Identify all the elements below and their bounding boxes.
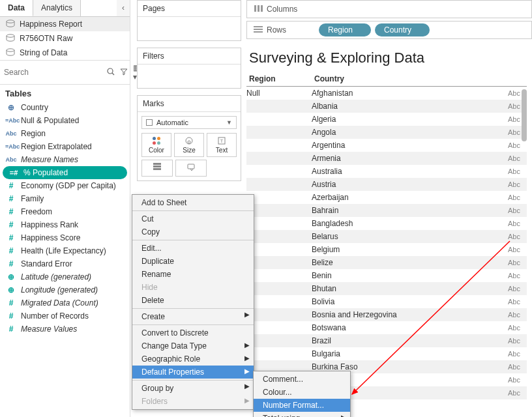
field-row[interactable]: #Economy (GDP per Capita) (0, 179, 130, 192)
table-row[interactable]: AustriaAbc (246, 178, 527, 191)
menu-item[interactable]: Delete (132, 294, 254, 307)
field-label: Measure Values (21, 324, 77, 334)
field-row[interactable]: #Happiness Score (0, 231, 130, 244)
menu-item[interactable]: Colour... (254, 386, 350, 399)
detail-button[interactable] (141, 160, 173, 177)
field-row[interactable]: #Family (0, 192, 130, 205)
columns-shelf[interactable]: Columns (246, 0, 532, 18)
table-row[interactable]: BotswanaAbc (246, 321, 527, 334)
table-row[interactable]: BoliviaAbc (246, 295, 527, 308)
menu-item[interactable]: Copy (132, 225, 254, 238)
menu-item[interactable]: Group by▶ (132, 380, 254, 395)
datasource-icon (5, 20, 16, 29)
field-row[interactable]: =AbcNull & Populated (0, 114, 130, 127)
filter-icon[interactable] (119, 66, 129, 79)
table-row[interactable]: AzerbaijanAbc (246, 191, 527, 204)
cell-abc: Abc (498, 141, 527, 149)
menu-item[interactable]: Cut (132, 210, 254, 225)
cell-country: Botswana (312, 323, 498, 332)
header-region: Region (249, 74, 314, 83)
datasource-item[interactable]: R756OTN Raw (0, 31, 130, 46)
menu-item[interactable]: Rename (132, 268, 254, 281)
cell-country: Armenia (312, 154, 498, 163)
cell-country: Azerbaijan (312, 193, 498, 202)
field-row[interactable]: AbcMeasure Names (0, 153, 130, 166)
field-row[interactable]: #Measure Values (0, 323, 130, 336)
menu-item[interactable]: Create▶ (132, 308, 254, 323)
menu-item[interactable]: Change Data Type▶ (132, 339, 254, 352)
collapse-pane-icon[interactable]: ‹ (117, 0, 130, 16)
search-icon[interactable] (106, 66, 116, 79)
mark-type-select[interactable]: Automatic ▼ (141, 116, 237, 129)
tooltip-button[interactable] (175, 160, 207, 177)
scrollbar[interactable] (522, 89, 527, 141)
submenu-arrow-icon: ▶ (244, 382, 250, 390)
menu-item[interactable]: Convert to Discrete (132, 324, 254, 339)
table-row[interactable]: AlbaniaAbc (246, 100, 527, 113)
field-label: Region (21, 129, 46, 138)
color-button[interactable]: Color (141, 133, 171, 157)
field-row[interactable]: ⊕Country (0, 101, 130, 114)
tab-data[interactable]: Data (0, 0, 33, 16)
field-row[interactable]: =#% Populated (3, 166, 127, 179)
field-row[interactable]: #Standard Error (0, 257, 130, 270)
menu-item[interactable]: Duplicate (132, 255, 254, 268)
cell-country: Belize (312, 258, 498, 267)
table-row[interactable]: BulgariaAbc (246, 347, 527, 360)
table-row[interactable]: NullAfghanistanAbc (246, 87, 527, 100)
field-row[interactable]: AbcRegion (0, 127, 130, 140)
pages-card[interactable]: Pages (137, 0, 241, 41)
menu-item[interactable]: Comment... (254, 373, 350, 386)
field-row[interactable]: #Freedom (0, 205, 130, 218)
table-row[interactable]: BahrainAbc (246, 204, 527, 217)
cell-country: Afghanistan (312, 89, 498, 98)
worksheet-title[interactable]: Surveying & Exploring Data (246, 46, 527, 72)
search-input[interactable] (3, 65, 103, 79)
datasource-item[interactable]: String of Data (0, 46, 130, 60)
table-row[interactable]: BeninAbc (246, 269, 527, 282)
size-button[interactable]: Size (174, 133, 204, 157)
field-row[interactable]: =AbcRegion Extrapolated (0, 140, 130, 153)
menu-item[interactable]: Edit... (132, 240, 254, 255)
menu-item[interactable]: Default Properties▶ (132, 366, 254, 379)
rows-shelf[interactable]: Rows Region Country (246, 21, 532, 39)
tab-analytics[interactable]: Analytics (33, 0, 81, 16)
table-row[interactable]: BelizeAbc (246, 256, 527, 269)
table-row[interactable]: BangladeshAbc (246, 217, 527, 230)
field-row[interactable]: #Migrated Data (Count) (0, 296, 130, 309)
field-row[interactable]: ⊕Longitude (generated) (0, 283, 130, 296)
table-row[interactable]: ArmeniaAbc (246, 152, 527, 165)
table-row[interactable]: BrazilAbc (246, 334, 527, 347)
field-row[interactable]: #Health (Life Expectancy) (0, 244, 130, 257)
menu-item-label: Colour... (263, 388, 292, 397)
table-row[interactable]: BelarusAbc (246, 230, 527, 243)
table-row[interactable]: BhutanAbc (246, 282, 527, 295)
pill-region[interactable]: Region (319, 23, 371, 36)
pill-country[interactable]: Country (375, 23, 430, 36)
size-icon (175, 136, 203, 147)
table-row[interactable]: AustraliaAbc (246, 165, 527, 178)
table-header: Region Country (246, 72, 527, 87)
filters-card[interactable]: Filters (137, 48, 241, 89)
filters-title: Filters (138, 48, 241, 65)
menu-item[interactable]: Total using▶ (254, 412, 350, 417)
svg-rect-15 (254, 31, 263, 33)
field-row[interactable]: ⊕Latitude (generated) (0, 270, 130, 283)
field-label: Measure Names (21, 155, 78, 164)
text-button[interactable]: T Text (207, 133, 237, 157)
marks-card[interactable]: Marks Automatic ▼ Color Size T Text (137, 95, 241, 181)
menu-item[interactable]: Add to Sheet (132, 196, 254, 209)
datasource-item[interactable]: Happiness Report (0, 17, 130, 31)
table-row[interactable]: AngolaAbc (246, 126, 527, 139)
field-row[interactable]: #Number of Records (0, 309, 130, 323)
table-row[interactable]: Bosnia and HerzegovinaAbc (246, 308, 527, 321)
cell-country: Bolivia (312, 297, 498, 306)
table-row[interactable]: AlgeriaAbc (246, 113, 527, 126)
menu-item[interactable]: Geographic Role▶ (132, 352, 254, 366)
svg-rect-13 (254, 26, 263, 27)
menu-item[interactable]: Number Format... (254, 399, 350, 412)
table-row[interactable]: ArgentinaAbc (246, 139, 527, 152)
table-row[interactable]: BelgiumAbc (246, 243, 527, 256)
menu-item: Folders▶ (132, 395, 254, 408)
field-row[interactable]: #Happiness Rank (0, 218, 130, 231)
